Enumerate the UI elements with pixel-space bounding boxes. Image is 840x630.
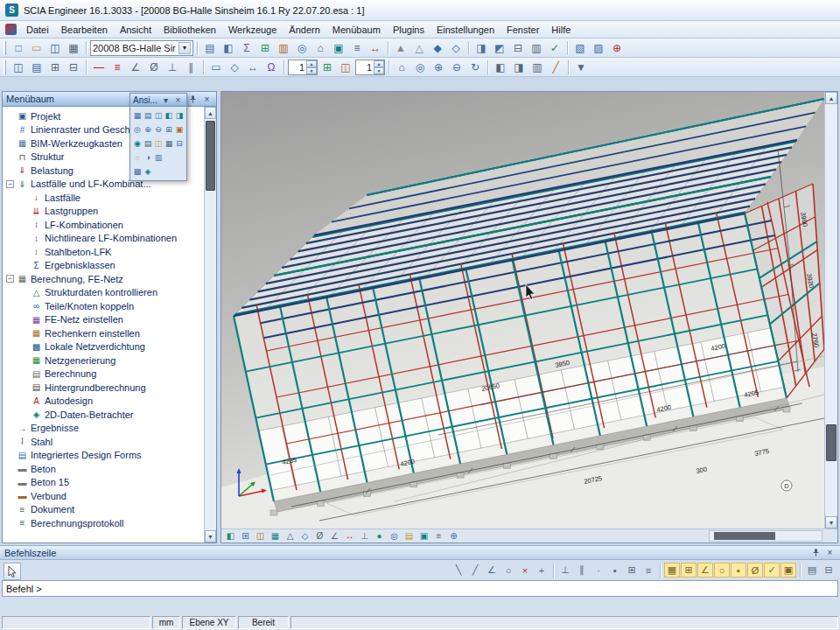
view-palette-window[interactable]: Ansi... ▾ × ▦▤◫◧◨◎⊕⊖⊞▣◉▤◫▦⊟☼◑▥▩◈ (130, 93, 187, 181)
new-project-icon[interactable]: □ (10, 40, 27, 56)
vp-perpendicular-icon[interactable]: ⊥ (357, 529, 372, 542)
tree-item-ergebnisse[interactable]: →Ergebnisse (4, 422, 204, 436)
rotate-view-icon[interactable]: ↻ (466, 60, 484, 75)
command-input[interactable]: Befehl > (2, 580, 838, 597)
measure-tool-icon[interactable]: ↔ (244, 60, 262, 75)
save-icon[interactable]: ◫ (46, 40, 64, 56)
add-entity-icon[interactable]: ⊕ (608, 40, 626, 56)
vp-member-icon[interactable]: ◇ (298, 529, 312, 542)
zoom-in-icon[interactable]: ⊕ (430, 60, 447, 75)
zoom-plus-icon[interactable]: ⊕ (143, 122, 153, 136)
vp-list-icon[interactable]: ≡ (431, 529, 446, 542)
mesh-toggle-icon[interactable]: ⊞ (318, 60, 336, 75)
spinner-up-icon[interactable]: ▲ (306, 60, 317, 67)
activity-spinner[interactable]: 1▲▼ (288, 60, 318, 75)
snap-plus-icon[interactable]: + (534, 563, 550, 578)
toolbar-grip[interactable] (4, 41, 6, 55)
tree-item-berechnung[interactable]: ▤Berechnung (4, 368, 204, 382)
zoom-selection-icon[interactable]: ▣ (174, 122, 185, 136)
snap-point-lock-icon[interactable]: ▪ (731, 563, 746, 578)
snap-perpendicular-icon[interactable]: ⊥ (557, 563, 573, 578)
snap-diagonal-icon[interactable]: ╱ (467, 563, 483, 578)
render-settings-icon[interactable]: ▩ (132, 164, 143, 178)
cmd-document-icon[interactable]: ▤ (804, 563, 820, 578)
tree-item-lokale-netzverdichtung[interactable]: ▩Lokale Netzverdichtung (4, 340, 204, 354)
units-icon[interactable]: Ω (262, 60, 280, 75)
vp-mesh-icon[interactable]: ▦ (268, 529, 283, 542)
node-filter-icon[interactable]: ◆ (429, 40, 446, 56)
menu-fenster[interactable]: Fenster (500, 23, 545, 37)
snap-cross-icon[interactable]: × (517, 563, 533, 578)
tree-item-stahlbeton-lfk[interactable]: ↕Stahlbeton-LFK (4, 245, 204, 259)
zoom-window-icon[interactable]: ⊞ (164, 122, 174, 136)
status-plane[interactable]: Ebene XY (182, 616, 236, 629)
shadow-toggle-icon[interactable]: ◑ (143, 150, 153, 164)
window-new-icon[interactable]: ◫ (10, 60, 27, 75)
tree-item-berechnungsprotokoll[interactable]: ≡Berechnungsprotokoll (4, 516, 204, 530)
spinner-down-icon[interactable]: ▼ (374, 67, 384, 74)
home-view-icon[interactable]: ⌂ (312, 40, 329, 56)
snap-grid-icon[interactable]: ⊞ (624, 563, 640, 578)
menu-bearbeiten[interactable]: Bearbeiten (55, 23, 114, 37)
snap-list-icon[interactable]: ≡ (640, 563, 656, 578)
catalog-icon[interactable]: ▤ (201, 40, 219, 56)
snap-parallel-icon[interactable]: ∥ (574, 563, 590, 578)
snap-solid-icon[interactable]: ▣ (780, 563, 796, 578)
diameter-tool-icon[interactable]: Ø (145, 60, 163, 75)
snap-mesh-icon[interactable]: ▦ (664, 563, 680, 578)
line-weight-icon[interactable]: ≡ (108, 60, 126, 75)
vp-document-icon[interactable]: ▤ (402, 529, 416, 542)
tree-item-rechenkern-einstellen[interactable]: ▦Rechenkern einstellen (4, 326, 204, 340)
vp-shaded-icon[interactable]: ◫ (253, 529, 268, 542)
viewport-vscrollbar[interactable]: ▲ ▼ (824, 92, 837, 528)
expand-all-icon[interactable]: ⊞ (46, 60, 64, 75)
print-icon[interactable]: ▦ (65, 40, 82, 56)
close-icon[interactable]: × (172, 94, 184, 106)
angle-tool-icon[interactable]: ∠ (127, 60, 144, 75)
pin-icon[interactable] (810, 547, 822, 558)
snap-line-icon[interactable]: ╲ (451, 563, 466, 578)
collapse-icon[interactable]: ⊟ (509, 40, 527, 56)
clip-box-icon[interactable]: ▦ (164, 136, 174, 150)
parallel-tool-icon[interactable]: ∥ (182, 60, 200, 75)
vp-select-icon[interactable]: ◧ (223, 529, 238, 542)
member-filter-icon[interactable]: ◇ (447, 40, 465, 56)
library-icon[interactable]: ◧ (220, 40, 237, 56)
save-view-icon[interactable]: ◫ (153, 136, 164, 150)
tree-expander-icon[interactable]: − (6, 180, 14, 188)
spinner-up-icon[interactable]: ▲ (374, 60, 384, 67)
scroll-up-icon[interactable]: ▲ (825, 92, 837, 104)
tree-scrollbar-thumb[interactable] (206, 121, 215, 191)
viewport-3d[interactable]: 3990 3920 2760 4200 3950 20650 4205 4200… (220, 91, 838, 543)
viewport-vscroll-thumb[interactable] (826, 424, 836, 461)
window-doc-icon[interactable]: ▤ (28, 60, 46, 75)
menu-werkzeuge[interactable]: Werkzeuge (222, 23, 283, 37)
cross-sections-icon[interactable]: Σ (238, 40, 256, 56)
snap-circle-icon[interactable]: ○ (500, 563, 516, 578)
view-settings-icon[interactable]: ◎ (293, 40, 311, 56)
tree-item-stahl[interactable]: IStahl (4, 435, 204, 449)
vp-wireframe-icon[interactable]: ⊞ (238, 529, 253, 542)
snap-circle-lock-icon[interactable]: ○ (714, 563, 730, 578)
snap-diameter-icon[interactable]: Ø (747, 563, 763, 578)
tree-item-verbund[interactable]: ▬Verbund (4, 489, 204, 503)
view-front-icon[interactable]: ◫ (153, 108, 164, 122)
tree-item-nichtlineare-lf-kombinationen[interactable]: ↕Nichtlineare LF-Kombinationen (4, 232, 204, 246)
scroll-down-icon[interactable]: ▼ (205, 530, 216, 542)
tree-item-lf-kombinationen[interactable]: ↕LF-Kombinationen (4, 218, 204, 232)
polygon-tool-icon[interactable]: ◇ (226, 60, 243, 75)
close-icon[interactable]: × (201, 94, 213, 105)
perspective-toggle-icon[interactable]: ◈ (143, 164, 153, 178)
structure-3d-view[interactable]: 3990 3920 2760 4200 3950 20650 4205 4200… (221, 92, 824, 528)
vp-point-icon[interactable]: ● (372, 529, 387, 542)
snap-confirm-icon[interactable]: ✓ (764, 563, 780, 578)
zoom-all-icon[interactable]: ◎ (132, 122, 143, 136)
tree-item-dokument[interactable]: ≡Dokument (4, 503, 204, 517)
pin-icon[interactable] (187, 94, 199, 105)
menu-datei[interactable]: Datei (20, 23, 55, 37)
vp-render-icon[interactable]: ▣ (416, 529, 431, 542)
tree-item-beton-15[interactable]: ▬Beton 15 (4, 476, 204, 490)
scale-spinner[interactable]: 1▲▼ (355, 60, 385, 75)
snap-midpoint-icon[interactable]: · (591, 563, 606, 578)
perpendicular-tool-icon[interactable]: ⊥ (164, 60, 181, 75)
